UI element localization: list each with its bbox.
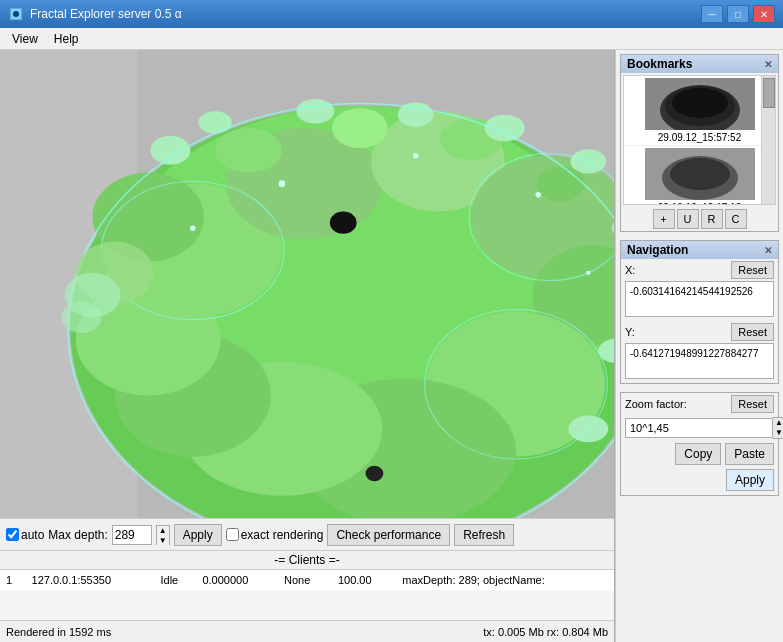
paste-button[interactable]: Paste: [725, 443, 774, 465]
client-num: 1: [0, 570, 26, 590]
fractal-svg: [0, 50, 614, 518]
zoom-spin-down[interactable]: ▼: [773, 428, 783, 438]
nav-y-value[interactable]: -0.641271948991227884277: [625, 343, 774, 379]
copy-button[interactable]: Copy: [675, 443, 721, 465]
window-controls: ─ □ ✕: [701, 5, 775, 23]
navigation-header: Navigation ✕: [621, 241, 778, 259]
exact-rendering-label[interactable]: exact rendering: [226, 528, 324, 542]
bookmark-thumb-2: [645, 148, 755, 200]
svg-point-50: [670, 158, 730, 190]
svg-point-47: [672, 88, 728, 118]
table-row-empty: [0, 590, 614, 620]
svg-point-31: [366, 466, 384, 482]
depth-input[interactable]: [112, 525, 152, 545]
minimize-button[interactable]: ─: [701, 5, 723, 23]
bookmarks-panel: Bookmarks ✕ 29.09.12_15:57:52: [620, 54, 779, 232]
svg-point-21: [150, 136, 190, 165]
navigation-close[interactable]: ✕: [764, 245, 772, 256]
zoom-reset-button[interactable]: Reset: [731, 395, 774, 413]
auto-checkbox-label[interactable]: auto: [6, 528, 44, 542]
bookmarks-header: Bookmarks ✕: [621, 55, 778, 73]
bookmark-clear-button[interactable]: C: [725, 209, 747, 229]
spin-down[interactable]: ▼: [157, 536, 169, 546]
title-bar: Fractal Explorer server 0.5 α ─ □ ✕: [0, 0, 783, 28]
exact-rendering-checkbox[interactable]: [226, 528, 239, 541]
apply-zoom-row: Apply: [621, 467, 778, 495]
status-left: Rendered in 1592 ms: [6, 626, 111, 638]
zoom-panel: Zoom factor: Reset ▲ ▼ Copy Paste Apply: [620, 392, 779, 496]
maximize-button[interactable]: □: [727, 5, 749, 23]
zoom-label-row: Zoom factor: Reset: [621, 393, 778, 415]
nav-x-reset[interactable]: Reset: [731, 261, 774, 279]
zoom-input[interactable]: [625, 418, 773, 438]
right-panel: Bookmarks ✕ 29.09.12_15:57:52: [615, 50, 783, 642]
bookmark-update-button[interactable]: U: [677, 209, 699, 229]
menu-bar: View Help: [0, 28, 783, 50]
svg-point-29: [568, 415, 608, 442]
client-val3: 100.00: [332, 570, 396, 590]
refresh-button[interactable]: Refresh: [454, 524, 514, 546]
nav-y-label: Y:: [625, 326, 641, 338]
apply-button[interactable]: Apply: [174, 524, 222, 546]
bookmark-item-2[interactable]: 02.10.12_13:17:18: [624, 146, 775, 205]
bookmark-item-1[interactable]: 29.09.12_15:57:52: [624, 76, 775, 146]
spin-up[interactable]: ▲: [157, 526, 169, 536]
depth-spinner[interactable]: ▲ ▼: [156, 525, 170, 545]
svg-point-1: [13, 11, 19, 17]
bookmarks-title: Bookmarks: [627, 57, 692, 71]
auto-checkbox[interactable]: [6, 528, 19, 541]
apply-zoom-button[interactable]: Apply: [726, 469, 774, 491]
left-panel: auto Max depth: ▲ ▼ Apply exact renderin…: [0, 50, 615, 642]
client-status: Idle: [155, 570, 197, 590]
bookmark-scrollbar[interactable]: [761, 76, 775, 204]
svg-point-17: [215, 128, 282, 173]
clients-header: -= Clients =-: [0, 551, 614, 570]
table-row: 1 127.0.0.1:55350 Idle 0.000000 None 100…: [0, 570, 614, 590]
svg-point-18: [332, 108, 388, 148]
nav-y-row: Y: Reset: [621, 321, 778, 343]
main-content: auto Max depth: ▲ ▼ Apply exact renderin…: [0, 50, 783, 642]
bookmarks-close[interactable]: ✕: [764, 59, 772, 70]
zoom-input-row: ▲ ▼: [625, 417, 774, 439]
svg-point-30: [330, 212, 357, 234]
bookmark-list[interactable]: 29.09.12_15:57:52 02.10.12_13:17:18: [623, 75, 776, 205]
nav-y-reset[interactable]: Reset: [731, 323, 774, 341]
svg-point-38: [61, 302, 101, 333]
fractal-canvas[interactable]: [0, 50, 614, 518]
max-depth-label: Max depth:: [48, 528, 107, 542]
zoom-spin-up[interactable]: ▲: [773, 418, 783, 428]
status-bar: Rendered in 1592 ms tx: 0.005 Mb rx: 0.8…: [0, 620, 614, 642]
nav-x-label: X:: [625, 264, 641, 276]
menu-help[interactable]: Help: [46, 30, 87, 48]
copy-paste-row: Copy Paste: [621, 441, 778, 467]
nav-x-row: X: Reset: [621, 259, 778, 281]
svg-point-22: [198, 111, 231, 133]
bookmark-label-1: 29.09.12_15:57:52: [658, 132, 741, 143]
svg-point-40: [413, 153, 419, 159]
clients-table: 1 127.0.0.1:55350 Idle 0.000000 None 100…: [0, 570, 614, 620]
status-right: tx: 0.005 Mb rx: 0.804 Mb: [483, 626, 608, 638]
client-address: 127.0.0.1:55350: [26, 570, 155, 590]
svg-point-23: [296, 99, 334, 124]
client-val2: None: [278, 570, 332, 590]
svg-point-42: [586, 271, 590, 275]
navigation-title: Navigation: [627, 243, 688, 257]
check-performance-button[interactable]: Check performance: [327, 524, 450, 546]
nav-x-value[interactable]: -0.60314164214544192526: [625, 281, 774, 317]
app-icon: [8, 6, 24, 22]
menu-view[interactable]: View: [4, 30, 46, 48]
bookmark-add-button[interactable]: +: [653, 209, 675, 229]
window-title: Fractal Explorer server 0.5 α: [30, 7, 701, 21]
controls-bar: auto Max depth: ▲ ▼ Apply exact renderin…: [0, 518, 614, 550]
clients-section: -= Clients =- 1 127.0.0.1:55350 Idle 0.0…: [0, 550, 614, 620]
close-button[interactable]: ✕: [753, 5, 775, 23]
bookmark-restore-button[interactable]: R: [701, 209, 723, 229]
navigation-panel: Navigation ✕ X: Reset -0.603141642145441…: [620, 240, 779, 384]
zoom-spinner[interactable]: ▲ ▼: [773, 417, 783, 439]
svg-point-41: [535, 192, 541, 198]
svg-point-39: [279, 180, 286, 187]
bookmark-buttons: + U R C: [621, 207, 778, 231]
zoom-label: Zoom factor:: [625, 398, 687, 410]
svg-point-43: [190, 226, 196, 232]
client-info: maxDepth: 289; objectName:: [396, 570, 614, 590]
